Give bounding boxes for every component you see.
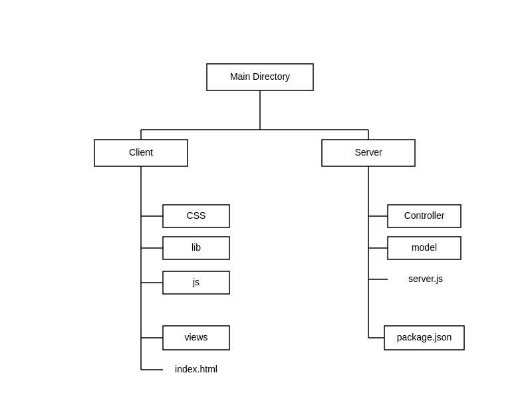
model-node-label: model [412, 242, 437, 253]
packagejson-node-label: package.json [397, 332, 452, 342]
root-node-label: Main Directory [230, 71, 290, 82]
index-node-label: index.html [175, 364, 217, 374]
css-node-label: CSS [187, 210, 206, 221]
controller-node-label: Controller [404, 210, 445, 221]
js-node-label: js [192, 277, 200, 287]
views-node-label: views [184, 332, 207, 342]
server-node-label: Server [354, 147, 382, 158]
client-node-label: Client [129, 147, 153, 158]
serverjs-node-label: server.js [408, 273, 443, 284]
lib-node-label: lib [192, 242, 201, 253]
